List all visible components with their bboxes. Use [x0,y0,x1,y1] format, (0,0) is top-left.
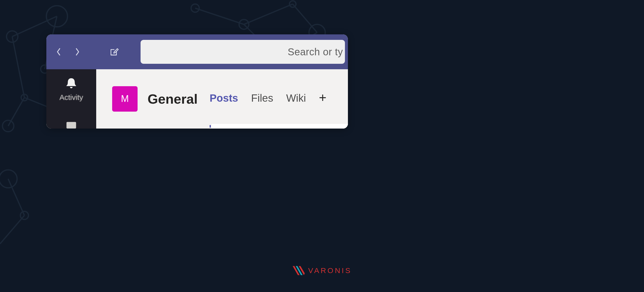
search-placeholder: Search or ty [288,46,343,58]
add-tab-button[interactable]: + [319,91,326,107]
titlebar: Search or ty [46,34,348,69]
nav-forward-button[interactable] [72,47,82,57]
varonis-brand-text: VARONIS [308,266,352,275]
tab-wiki[interactable]: Wiki [286,92,306,106]
channel-name: General [148,91,198,107]
teams-window: Search or ty Activity [46,34,348,128]
svg-line-8 [244,4,293,24]
bell-icon [64,76,78,91]
svg-line-6 [0,216,24,244]
team-avatar[interactable]: M [112,86,138,112]
chat-icon [64,119,78,128]
varonis-glyph-icon [292,266,305,276]
svg-line-7 [195,8,244,24]
tab-posts[interactable]: Posts [210,92,238,106]
svg-rect-25 [66,122,76,128]
svg-line-2 [12,36,24,98]
tab-files[interactable]: Files [251,92,273,106]
left-rail: Activity [46,69,96,128]
body-area: Activity M General Posts Files [46,69,348,128]
varonis-logo: VARONIS [292,266,352,276]
rail-item-chat[interactable] [64,119,78,128]
svg-line-0 [12,16,57,36]
nav-back-button[interactable] [54,47,64,57]
search-input[interactable]: Search or ty [140,40,345,64]
tab-label: Files [251,92,273,104]
channel-header: M General Posts Files Wiki + [96,69,348,128]
rail-label-activity: Activity [59,93,83,102]
tab-label: Wiki [286,92,306,104]
svg-point-20 [191,4,200,12]
tab-label: Posts [210,92,238,104]
team-avatar-letter: M [121,94,129,104]
rail-item-activity[interactable]: Activity [59,76,83,102]
reply-box-fragment[interactable] [211,123,348,128]
compose-icon [109,46,120,57]
chevron-right-icon [74,47,80,57]
compose-button[interactable] [108,46,120,58]
channel-tabs: Posts Files Wiki + [210,91,326,107]
svg-line-9 [293,4,317,32]
svg-line-3 [8,98,24,126]
svg-point-12 [6,31,18,42]
svg-line-5 [8,179,24,216]
chevron-left-icon [56,47,62,57]
